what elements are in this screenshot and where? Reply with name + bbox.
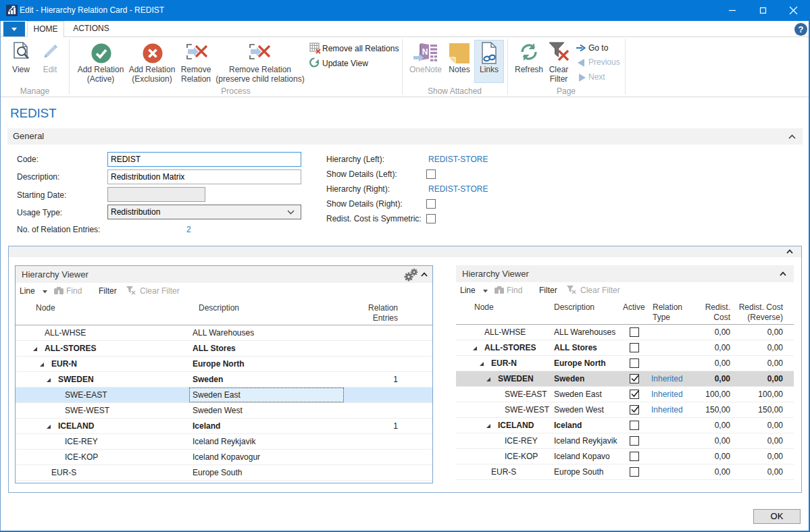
svg-text:N: N: [422, 47, 428, 57]
